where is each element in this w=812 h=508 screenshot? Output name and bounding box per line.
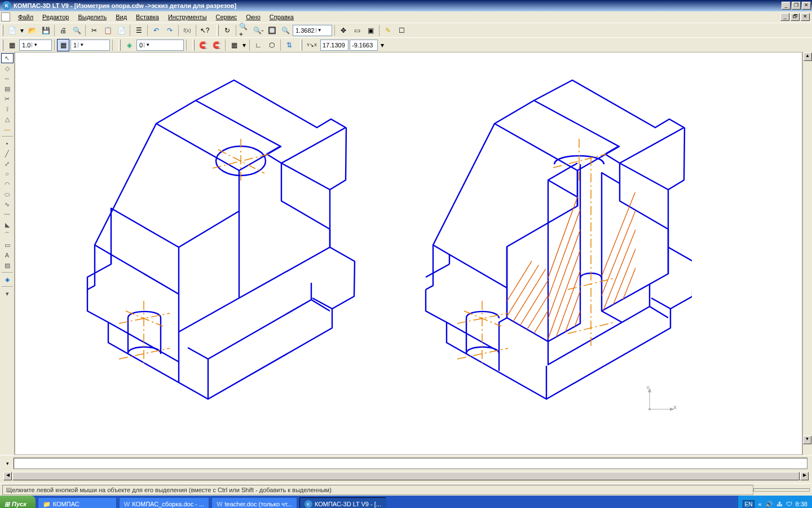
mdi-restore-button[interactable]: 🗗	[791, 13, 800, 21]
taskbar-item-doc1[interactable]: W КОМПАС_сборка.doc - ...	[119, 497, 209, 508]
params-tool-icon[interactable]: ⟟	[1, 104, 14, 114]
point-tool-icon[interactable]: •	[1, 138, 14, 148]
style-tool-icon[interactable]: —	[1, 124, 14, 134]
zoom-fit-button[interactable]: ▭	[351, 24, 363, 37]
taskbar-item-folder[interactable]: 📁 КОМПАС	[38, 497, 117, 508]
clock[interactable]: 8:38	[796, 501, 807, 507]
drawing-canvas[interactable]: Y X	[15, 52, 802, 455]
variables-button[interactable]: f(x)	[181, 24, 193, 37]
menu-tools[interactable]: Инструменты	[164, 12, 211, 21]
tray-shield-icon[interactable]: 🛡	[786, 501, 792, 507]
bezier-tool-icon[interactable]: 〰	[1, 209, 14, 220]
line-width-combo[interactable]: 1.0▼	[19, 40, 52, 51]
rebuild-button[interactable]: ✎	[382, 24, 394, 37]
zoom-window-button[interactable]: 🔲	[266, 24, 278, 37]
undo-button[interactable]: ↶	[150, 24, 162, 37]
geometry-tool-icon[interactable]: ◇	[1, 63, 14, 73]
arc-tool-icon[interactable]: ◠	[1, 179, 14, 189]
help-pointer-button[interactable]: ↖?	[198, 24, 211, 37]
paste-button[interactable]: 📄	[115, 24, 127, 37]
menu-editor[interactable]: Редактор	[38, 12, 73, 21]
menu-service[interactable]: Сервис	[211, 12, 242, 21]
start-button[interactable]: ⊞ Пуск	[0, 496, 36, 508]
layers-button[interactable]: ◈	[123, 39, 135, 51]
rect-tool-icon[interactable]: ▭	[1, 240, 14, 250]
scroll-down-icon[interactable]: ▾	[1, 288, 14, 299]
zoom-scale-button[interactable]: 🔍	[279, 24, 292, 37]
panel-close-icon[interactable]: ▾	[3, 459, 11, 467]
snap-grid-button[interactable]: ▦	[228, 39, 240, 51]
snap-off-button[interactable]: 🧲	[210, 39, 223, 51]
redo-button[interactable]: ↷	[164, 24, 176, 37]
hatch-tool-icon[interactable]: ▨	[1, 260, 14, 270]
dimensions-tool-icon[interactable]: ↔	[1, 73, 14, 84]
pan-button[interactable]: ✥	[337, 24, 350, 37]
snap-grid-dd[interactable]: ▾	[241, 39, 247, 51]
spline-tool-icon[interactable]: ∿	[1, 199, 14, 209]
menu-insert[interactable]: Вставка	[131, 12, 164, 21]
scroll-up-icon[interactable]: ▲	[804, 52, 812, 61]
window-title: КОМПАС-3D LT V9 - [Изометрия опора.cdw -…	[14, 2, 782, 9]
mdi-close-button[interactable]: ✕	[801, 13, 810, 21]
line-type-combo[interactable]: 1▼	[70, 40, 110, 51]
menu-help[interactable]: Справка	[265, 12, 298, 21]
horizontal-scrollbar[interactable]: ◀ ▶	[3, 471, 809, 481]
symbols-tool-icon[interactable]: ▤	[1, 84, 14, 94]
maximize-button[interactable]: ❐	[792, 2, 801, 10]
save-button[interactable]: 💾	[39, 24, 52, 37]
open-button[interactable]: 📂	[26, 24, 38, 37]
local-cs-button[interactable]: ▦	[57, 39, 69, 51]
menu-select[interactable]: Выделить	[73, 12, 111, 21]
text-tool-icon[interactable]: A	[1, 250, 14, 260]
refresh-button[interactable]: ↻	[221, 24, 233, 37]
layer-combo[interactable]: 0▼	[136, 40, 184, 51]
language-indicator[interactable]: EN	[743, 500, 755, 509]
mdi-minimize-button[interactable]: _	[780, 13, 789, 21]
grid-button[interactable]: ▦	[6, 39, 18, 51]
zoom-out-button[interactable]: 🔍-	[252, 24, 264, 37]
new-button[interactable]: 📄	[6, 24, 18, 37]
hscroll-left-icon[interactable]: ◀	[3, 472, 12, 480]
measure-tool-icon[interactable]: △	[1, 114, 14, 124]
edit-tool-icon[interactable]: ✂	[1, 94, 14, 104]
print-button[interactable]: 🖨	[57, 24, 69, 37]
taskbar-item-doc2[interactable]: W teacher.doc (только чт...	[211, 497, 297, 508]
new-dropdown-button[interactable]: ▾	[19, 24, 25, 37]
ortho-button[interactable]: ∟	[252, 39, 264, 51]
tray-network-icon[interactable]: 🖧	[776, 501, 783, 507]
chamfer-tool-icon[interactable]: ◣	[1, 220, 14, 230]
library-tool-icon[interactable]: ◈	[1, 274, 14, 284]
coord-mode-button[interactable]: Y↘X	[304, 39, 319, 51]
print-preview-button[interactable]: 🔍	[70, 24, 83, 37]
round-button[interactable]: ⬡	[266, 39, 278, 51]
command-input[interactable]	[14, 458, 807, 469]
coord-dd-button[interactable]: ▾	[379, 39, 386, 51]
snap-on-button[interactable]: 🧲	[197, 39, 209, 51]
line-tool-icon[interactable]: ╱	[1, 148, 14, 159]
menu-window[interactable]: Окно	[241, 12, 265, 21]
zoom-combo[interactable]: 1.3682▼	[293, 25, 332, 36]
circle-tool-icon[interactable]: ○	[1, 169, 14, 179]
hscroll-right-icon[interactable]: ▶	[800, 472, 809, 480]
taskbar-item-kompas[interactable]: K КОМПАС-3D LT V9 - [...	[299, 497, 386, 508]
document-icon[interactable]	[1, 12, 10, 21]
tray-expand-icon[interactable]: «	[758, 501, 761, 507]
select-tool-icon[interactable]: ↖	[1, 53, 14, 63]
zoom-in-button[interactable]: 🔍+	[239, 24, 251, 37]
tray-volume-icon[interactable]: 🔊	[765, 501, 773, 508]
fillet-tool-icon[interactable]: ⌒	[1, 230, 14, 240]
zoom-all-button[interactable]: ▣	[364, 24, 377, 37]
close-button[interactable]: ✕	[802, 2, 811, 10]
parametric-button[interactable]: ⇅	[283, 39, 295, 51]
aux-line-tool-icon[interactable]: ⤢	[1, 159, 14, 169]
copy-button[interactable]: 📋	[102, 24, 114, 37]
scroll-down-icon[interactable]: ▼	[803, 436, 811, 444]
properties-button[interactable]: ☰	[133, 24, 145, 37]
ellipse-tool-icon[interactable]: ⬭	[1, 189, 14, 199]
menu-file[interactable]: Файл	[14, 12, 38, 21]
vertical-scrollbar[interactable]: ▲ ▼	[802, 52, 812, 455]
minimize-button[interactable]: _	[782, 2, 791, 10]
cut-button[interactable]: ✂	[88, 24, 100, 37]
menu-view[interactable]: Вид	[111, 12, 131, 21]
options-button[interactable]: ☐	[395, 24, 408, 37]
